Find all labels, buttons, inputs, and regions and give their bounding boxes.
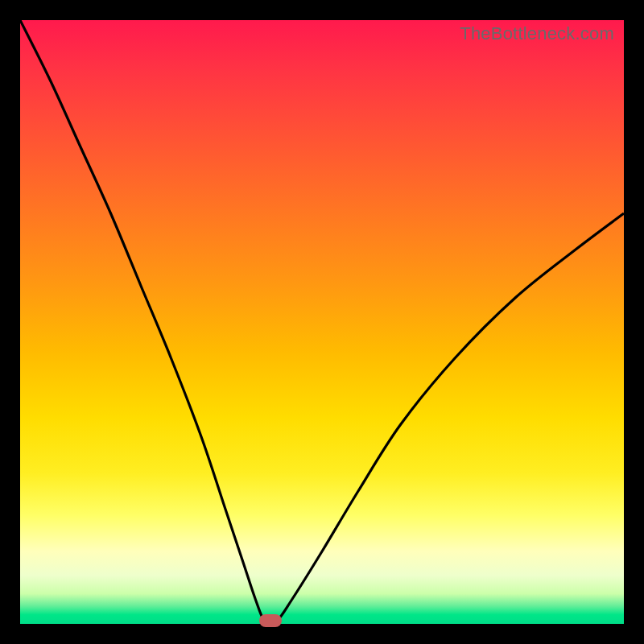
optimal-point-marker [259, 614, 282, 627]
bottleneck-curve [20, 20, 624, 624]
plot-area: TheBottleneck.com [20, 20, 624, 624]
chart-frame: TheBottleneck.com [0, 0, 644, 644]
